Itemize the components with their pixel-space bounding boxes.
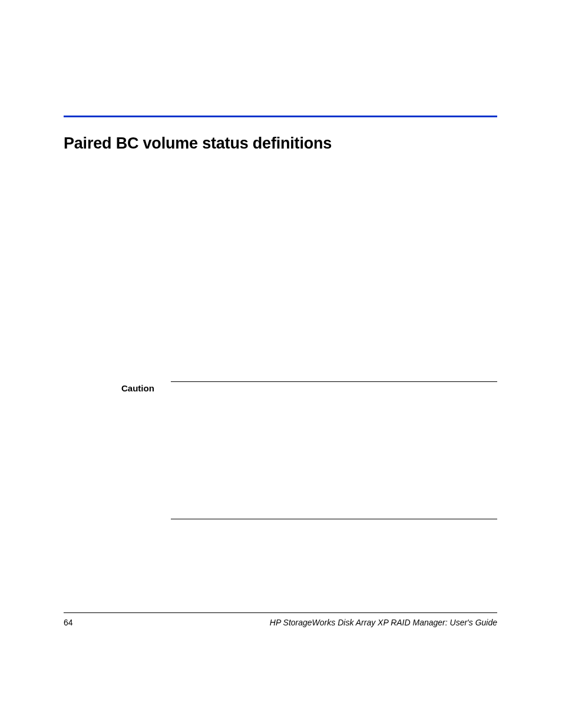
section-heading: Paired BC volume status definitions — [64, 134, 332, 153]
caution-bottom-rule — [171, 519, 497, 519]
document-page: Paired BC volume status definitions Caut… — [0, 0, 562, 728]
footer-document-title: HP StorageWorks Disk Array XP RAID Manag… — [270, 618, 497, 627]
section-top-rule — [64, 116, 497, 117]
caution-top-rule — [171, 381, 497, 382]
caution-label: Caution — [121, 383, 154, 393]
page-number: 64 — [64, 618, 73, 627]
footer-rule — [64, 612, 497, 613]
